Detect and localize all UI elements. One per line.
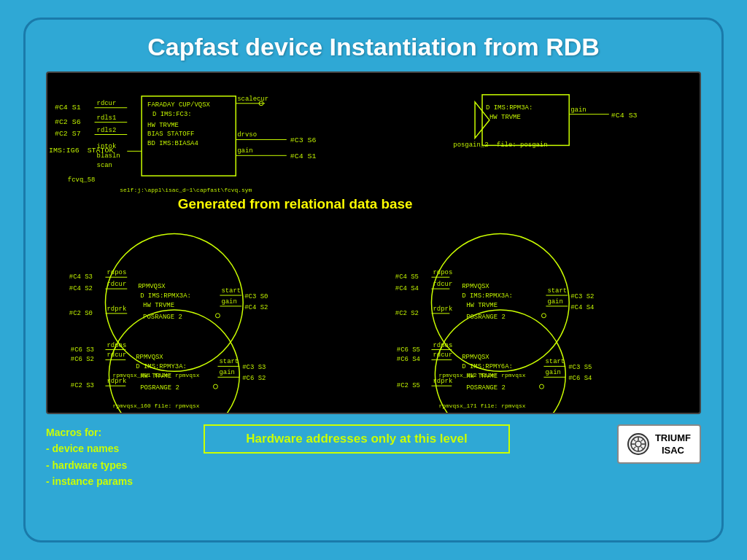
svg-text:#C2 S3: #C2 S3	[71, 382, 94, 389]
svg-text:rdcur: rdcur	[433, 351, 452, 359]
svg-text:rdpos: rdpos	[107, 269, 126, 276]
isac-label: ISAC	[662, 445, 684, 456]
schematic-box: #C4 S1 rdcur #C2 S6 rdls1 #C2 S7 rdls2 I…	[46, 71, 701, 414]
macros-item-3: - instance params	[46, 475, 133, 487]
svg-text:#C3 S2: #C3 S2	[570, 293, 594, 300]
svg-text:IMS:IG6: IMS:IG6	[49, 147, 80, 155]
svg-text:Generated from relational data: Generated from relational data base	[178, 196, 413, 211]
svg-text:scalecur: scalecur	[237, 96, 268, 103]
svg-text:rdpos: rdpos	[107, 342, 126, 349]
svg-text:#C2 S7: #C2 S7	[55, 130, 81, 138]
svg-text:drvso: drvso	[237, 131, 257, 139]
slide-title: Capfast device Instantiation from RDB	[147, 33, 600, 61]
svg-text:#C4 S2: #C4 S2	[69, 285, 93, 292]
svg-text:#C6 S2: #C6 S2	[71, 356, 94, 363]
svg-line-138	[640, 447, 643, 450]
svg-text:#C6 S2: #C6 S2	[242, 375, 266, 382]
svg-text:D IMS:RPMY3A:: D IMS:RPMY3A:	[136, 363, 187, 370]
svg-text:#C4 S4: #C4 S4	[570, 304, 594, 311]
svg-text:rdcur: rdcur	[97, 100, 117, 107]
svg-text:fcvq_58: fcvq_58	[68, 176, 96, 184]
svg-line-139	[640, 439, 643, 442]
svg-text:file: posgain: file: posgain	[497, 141, 548, 149]
svg-text:#C2 S2: #C2 S2	[395, 310, 419, 317]
svg-text:self:j:\appl\isac_d~1\capfast\: self:j:\appl\isac_d~1\capfast\fcvq.sym	[120, 187, 252, 193]
svg-text:D IMS:RPMX3A:: D IMS:RPMX3A:	[140, 292, 191, 300]
svg-text:rdls1: rdls1	[97, 114, 117, 122]
svg-text:rdprk: rdprk	[433, 306, 452, 313]
triumf-label: TRIUMF	[655, 432, 691, 443]
svg-point-132	[635, 441, 641, 447]
svg-text:#C2 S6: #C2 S6	[55, 118, 81, 126]
svg-text:gain: gain	[545, 369, 560, 376]
svg-text:#C4 S2: #C4 S2	[244, 304, 268, 311]
svg-text:#C3 S3: #C3 S3	[242, 364, 266, 371]
svg-text:rdpos: rdpos	[433, 269, 452, 276]
svg-text:HW TRVME: HW TRVME	[143, 302, 174, 309]
svg-text:RPMVQSX: RPMVQSX	[138, 283, 166, 290]
svg-text:gain: gain	[570, 106, 586, 114]
svg-text:start: start	[219, 358, 239, 365]
svg-text:#C4 S1: #C4 S1	[55, 104, 81, 112]
svg-text:BIAS STATOFF: BIAS STATOFF	[147, 131, 194, 138]
svg-text:rdprk: rdprk	[107, 378, 126, 385]
macros-item-2: - hardware types	[46, 459, 127, 471]
svg-text:D IMS:RPMX3A:: D IMS:RPMX3A:	[462, 292, 513, 300]
svg-text:RPMVQSX: RPMVQSX	[462, 283, 489, 290]
svg-text:gain: gain	[547, 298, 562, 306]
svg-text:rdcur: rdcur	[107, 281, 126, 288]
svg-text:FARADAY CUP/VQSX: FARADAY CUP/VQSX	[147, 101, 210, 109]
main-content: #C4 S1 rdcur #C2 S6 rdls1 #C2 S7 rdls2 I…	[46, 71, 701, 527]
svg-text:#C4 S5: #C4 S5	[395, 273, 419, 281]
svg-text:gain: gain	[237, 147, 252, 155]
svg-text:POSRANGE 2: POSRANGE 2	[140, 384, 179, 392]
svg-text:scan: scan	[97, 162, 112, 169]
svg-text:#C2 S0: #C2 S0	[69, 310, 93, 317]
svg-text:#C3 S0: #C3 S0	[244, 293, 268, 300]
svg-line-137	[633, 439, 636, 442]
svg-text:start: start	[547, 287, 567, 295]
svg-text:POSRANGE 2: POSRANGE 2	[466, 384, 506, 392]
svg-text:#C6 S4: #C6 S4	[397, 356, 420, 363]
svg-text:D IMS:RPM3A:: D IMS:RPM3A:	[486, 104, 533, 112]
svg-text:#C3 S6: #C3 S6	[290, 136, 317, 144]
svg-text:HW TRVME: HW TRVME	[489, 114, 521, 121]
svg-text:rdprk: rdprk	[107, 306, 126, 313]
svg-text:#C6 S5: #C6 S5	[397, 346, 420, 354]
svg-text:HW TRVME: HW TRVME	[140, 373, 171, 380]
svg-text:rpmvqsx_160      file: rpmvqsx: rpmvqsx_160 file: rpmvqsx	[112, 402, 199, 409]
svg-text:#C4 S4: #C4 S4	[395, 285, 419, 292]
svg-text:#C2 S5: #C2 S5	[397, 382, 420, 389]
svg-text:gain: gain	[219, 369, 234, 376]
svg-text:rdprk: rdprk	[433, 378, 452, 385]
slide-container: Capfast device Instantiation from RDB #C…	[23, 18, 724, 542]
svg-text:rpmvqsx_171      file: rpmvqsx: rpmvqsx_171 file: rpmvqsx	[438, 402, 525, 409]
svg-text:start: start	[221, 287, 241, 295]
hardware-addresses-text: Hardware addresses only at this level	[246, 432, 467, 446]
svg-text:gain: gain	[221, 298, 236, 306]
svg-text:#C3 S5: #C3 S5	[568, 364, 592, 371]
svg-text:posgain_2: posgain_2	[453, 141, 488, 149]
svg-text:intok: intok	[97, 143, 117, 150]
svg-text:#C4 S1: #C4 S1	[290, 152, 317, 160]
svg-text:D IMS:FC3:: D IMS:FC3:	[152, 111, 192, 118]
svg-text:#C6 S4: #C6 S4	[568, 375, 592, 382]
svg-text:rdcur: rdcur	[107, 351, 126, 359]
macros-text: Macros for: - device names - hardware ty…	[46, 424, 192, 490]
svg-text:rdcur: rdcur	[433, 281, 452, 288]
svg-text:D IMS:RPMY6A:: D IMS:RPMY6A:	[462, 363, 513, 370]
svg-text:#C6 S3: #C6 S3	[71, 346, 94, 354]
triumf-circle-icon	[627, 433, 649, 455]
svg-text:RPMVQSX: RPMVQSX	[136, 354, 163, 361]
svg-text:BD IMS:BIASA4: BD IMS:BIASA4	[147, 140, 198, 147]
bottom-section: Macros for: - device names - hardware ty…	[46, 424, 701, 490]
schematic-svg: #C4 S1 rdcur #C2 S6 rdls1 #C2 S7 rdls2 I…	[47, 73, 700, 413]
svg-text:#C4 S3: #C4 S3	[69, 273, 93, 281]
svg-text:#C4 S3: #C4 S3	[611, 112, 638, 120]
svg-text:rdls2: rdls2	[97, 127, 117, 134]
hardware-addresses-box: Hardware addresses only at this level	[204, 424, 510, 454]
svg-text:POSRANGE 2: POSRANGE 2	[466, 314, 506, 321]
svg-text:RPMVQSX: RPMVQSX	[462, 354, 489, 361]
svg-text:blasln: blasln	[97, 152, 120, 160]
svg-line-140	[633, 447, 636, 450]
